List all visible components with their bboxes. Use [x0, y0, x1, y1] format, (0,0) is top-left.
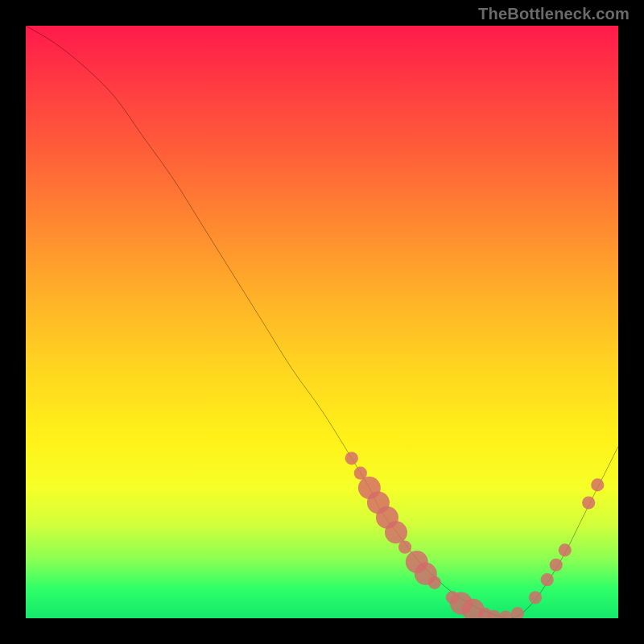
bottleneck-curve: [26, 26, 618, 618]
curve-marker: [529, 591, 542, 604]
plot-area: [26, 26, 618, 618]
curve-marker: [582, 496, 595, 509]
curve-marker: [345, 452, 358, 464]
watermark-text: TheBottleneck.com: [478, 5, 630, 23]
curve-marker: [511, 607, 524, 618]
curve-marker: [559, 543, 572, 556]
curve-marker: [398, 541, 411, 554]
curve-marker: [591, 478, 604, 491]
plot-svg: [26, 26, 618, 618]
marker-group: [345, 452, 605, 618]
curve-marker: [385, 521, 407, 543]
curve-marker: [550, 559, 563, 572]
curve-marker: [541, 573, 554, 586]
curve-marker: [428, 576, 441, 589]
curve-marker: [499, 610, 512, 618]
